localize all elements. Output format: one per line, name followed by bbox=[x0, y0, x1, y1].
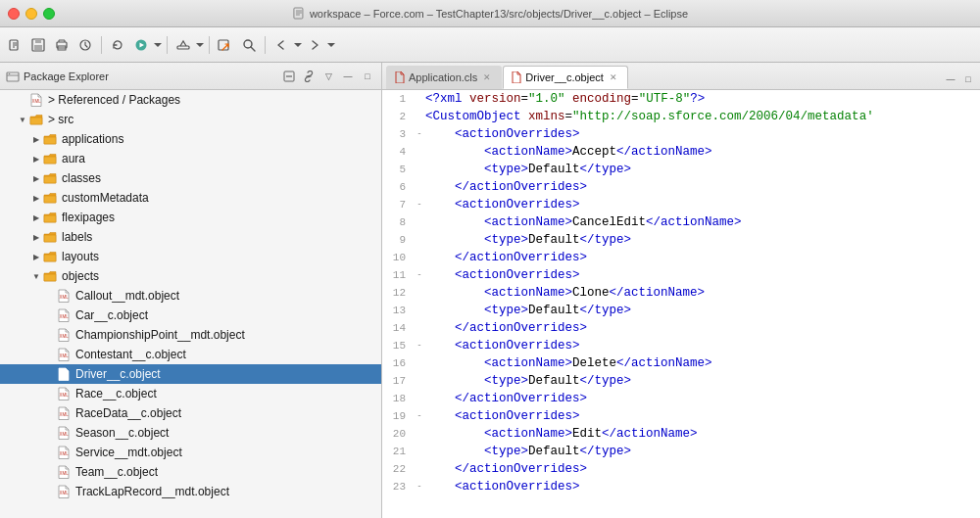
forward-dropdown[interactable] bbox=[327, 34, 335, 56]
new-button[interactable] bbox=[4, 34, 25, 56]
tab-close-driver[interactable]: ✕ bbox=[608, 71, 619, 83]
save-button[interactable] bbox=[27, 34, 49, 56]
run-dropdown[interactable] bbox=[154, 34, 162, 56]
line-content: </actionOverrides> bbox=[425, 319, 970, 337]
line-fold[interactable]: - bbox=[414, 478, 425, 495]
line-fold[interactable]: - bbox=[414, 266, 425, 284]
back-dropdown[interactable] bbox=[294, 34, 302, 56]
editor-line[interactable]: 10 </actionOverrides> bbox=[382, 249, 980, 266]
deploy-button[interactable] bbox=[172, 34, 194, 56]
editor-line[interactable]: 17 <type>Default</type> bbox=[382, 372, 980, 390]
tree-item[interactable]: XMLContestant__c.object bbox=[0, 345, 381, 364]
tree-item[interactable]: XMLTeam__c.object bbox=[0, 462, 381, 482]
tree-item[interactable]: XMLTrackLapRecord__mdt.object bbox=[0, 482, 381, 501]
tree-arrow bbox=[31, 271, 41, 281]
editor-line[interactable]: 16 <actionName>Delete</actionName> bbox=[382, 354, 980, 372]
tree-item[interactable]: flexipages bbox=[0, 208, 381, 227]
tree-item[interactable]: > src bbox=[0, 110, 381, 129]
editor-line[interactable]: 11- <actionOverrides> bbox=[382, 266, 980, 284]
editor-line[interactable]: 1<?xml version="1.0" encoding="UTF-8"?> bbox=[382, 90, 980, 108]
line-content: </actionOverrides> bbox=[425, 460, 970, 478]
folder-icon bbox=[43, 250, 57, 263]
file-tree[interactable]: XML> Referenced / Packages> srcapplicati… bbox=[0, 90, 381, 518]
back-button[interactable] bbox=[270, 34, 292, 56]
tree-item[interactable]: XMLCallout__mdt.object bbox=[0, 286, 381, 306]
minimize-panel-btn[interactable]: — bbox=[340, 69, 356, 84]
tab-driver-object[interactable]: Driver__c.object ✕ bbox=[503, 66, 627, 89]
view-menu-btn[interactable]: ▽ bbox=[320, 69, 336, 84]
tree-item[interactable]: XMLRace__c.object bbox=[0, 384, 381, 403]
editor-line[interactable]: 7- <actionOverrides> bbox=[382, 196, 980, 213]
tree-item[interactable]: XMLCar__c.object bbox=[0, 306, 381, 325]
collapse-all-btn[interactable] bbox=[281, 69, 297, 84]
tree-item[interactable]: classes bbox=[0, 168, 381, 188]
tree-item[interactable]: customMetadata bbox=[0, 188, 381, 208]
svg-rect-33 bbox=[44, 255, 56, 261]
editor-line[interactable]: 20 <actionName>Edit</actionName> bbox=[382, 425, 980, 443]
editor-line[interactable]: 14 </actionOverrides> bbox=[382, 319, 980, 337]
line-content: <?xml version="1.0" encoding="UTF-8"?> bbox=[425, 90, 970, 108]
editor-content[interactable]: 1<?xml version="1.0" encoding="UTF-8"?>2… bbox=[382, 90, 980, 518]
editor-line[interactable]: 15- <actionOverrides> bbox=[382, 337, 980, 354]
tree-item[interactable]: XMLSeason__c.object bbox=[0, 423, 381, 443]
maximize-button[interactable] bbox=[43, 8, 55, 20]
line-content: <type>Default</type> bbox=[425, 372, 970, 390]
refresh-button[interactable] bbox=[107, 34, 128, 56]
editor-line[interactable]: 22 </actionOverrides> bbox=[382, 460, 980, 478]
svg-text:XML: XML bbox=[60, 334, 70, 339]
run-button[interactable] bbox=[130, 34, 152, 56]
tree-item[interactable]: XMLService__mdt.object bbox=[0, 443, 381, 462]
package-explorer-panel: Package Explorer ▽ — □ XML> Referenced /… bbox=[0, 63, 382, 518]
maximize-editor-btn[interactable]: □ bbox=[960, 71, 976, 87]
print-button[interactable] bbox=[51, 34, 73, 56]
package-explorer-icon bbox=[6, 70, 20, 83]
tree-item[interactable]: labels bbox=[0, 227, 381, 247]
tree-item[interactable]: applications bbox=[0, 129, 381, 149]
svg-text:XML: XML bbox=[60, 373, 70, 378]
tree-item[interactable]: XMLChampionshipPoint__mdt.object bbox=[0, 325, 381, 345]
editor-line[interactable]: 19- <actionOverrides> bbox=[382, 407, 980, 425]
svg-marker-13 bbox=[154, 43, 162, 47]
line-fold[interactable]: - bbox=[414, 125, 425, 143]
svg-rect-34 bbox=[44, 274, 56, 281]
editor-line[interactable]: 8 <actionName>CancelEdit</actionName> bbox=[382, 213, 980, 231]
editor-line[interactable]: 12 <actionName>Clone</actionName> bbox=[382, 284, 980, 302]
editor-line[interactable]: 2<CustomObject xmlns="http://soap.sforce… bbox=[382, 108, 980, 125]
open-type-button[interactable] bbox=[215, 34, 236, 56]
line-fold[interactable]: - bbox=[414, 407, 425, 425]
tree-item[interactable]: XMLDriver__c.object bbox=[0, 364, 381, 384]
tree-item[interactable]: objects bbox=[0, 266, 381, 286]
separator-1 bbox=[101, 36, 102, 54]
editor-line[interactable]: 23- <actionOverrides> bbox=[382, 478, 980, 495]
xml-file-icon: XML bbox=[57, 348, 71, 361]
editor-line[interactable]: 3- <actionOverrides> bbox=[382, 125, 980, 143]
editor-line[interactable]: 4 <actionName>Accept</actionName> bbox=[382, 143, 980, 161]
tree-item[interactable]: layouts bbox=[0, 247, 381, 266]
search-button[interactable] bbox=[238, 34, 260, 56]
maximize-panel-btn[interactable]: □ bbox=[360, 69, 375, 84]
svg-line-18 bbox=[251, 47, 255, 51]
title-bar: workspace – Force.com – TestChapter13/sr… bbox=[0, 0, 980, 27]
editor-line[interactable]: 9 <type>Default</type> bbox=[382, 231, 980, 249]
editor-line[interactable]: 18 </actionOverrides> bbox=[382, 390, 980, 407]
tree-item[interactable]: XMLRaceData__c.object bbox=[0, 403, 381, 423]
forward-button[interactable] bbox=[304, 34, 325, 56]
editor-line[interactable]: 6 </actionOverrides> bbox=[382, 178, 980, 196]
line-fold[interactable]: - bbox=[414, 337, 425, 354]
line-number: 18 bbox=[382, 390, 414, 407]
tab-close-app[interactable]: ✕ bbox=[481, 71, 493, 83]
tree-item[interactable]: aura bbox=[0, 149, 381, 168]
line-fold[interactable]: - bbox=[414, 196, 425, 213]
editor-line[interactable]: 5 <type>Default</type> bbox=[382, 161, 980, 178]
tab-application-cls[interactable]: Application.cls ✕ bbox=[386, 66, 502, 89]
deploy-dropdown[interactable] bbox=[196, 34, 204, 56]
panel-header: Package Explorer ▽ — □ bbox=[0, 63, 381, 90]
properties-button[interactable] bbox=[74, 34, 96, 56]
editor-line[interactable]: 13 <type>Default</type> bbox=[382, 302, 980, 319]
link-editor-btn[interactable] bbox=[301, 69, 317, 84]
tree-item[interactable]: XML> Referenced / Packages bbox=[0, 90, 381, 110]
editor-line[interactable]: 21 <type>Default</type> bbox=[382, 443, 980, 460]
close-button[interactable] bbox=[8, 8, 20, 20]
minimize-button[interactable] bbox=[25, 8, 37, 20]
minimize-editor-btn[interactable]: — bbox=[943, 71, 958, 87]
